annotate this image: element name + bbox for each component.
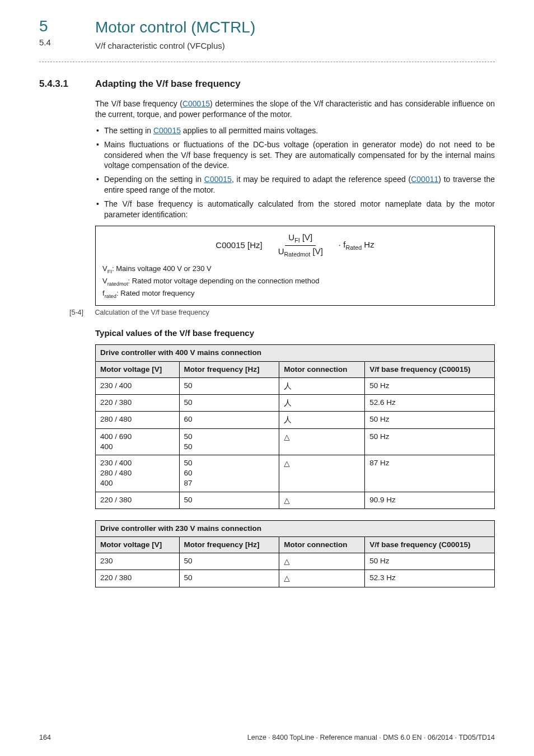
subscript: Rated [345, 244, 362, 251]
text: Depending on the setting in [104, 175, 204, 184]
delta-connection-icon: △ [284, 573, 289, 582]
footer-text: Lenze · 8400 TopLine · Reference manual … [247, 733, 495, 743]
text: V [102, 277, 107, 285]
formula-box: C00015 [Hz] UFI [V] URatedmot [V] · fRat… [95, 226, 495, 306]
col-header: Motor connection [279, 361, 365, 377]
table-row: 230 / 400 280 / 480 40050 60 87△87 Hz [96, 455, 495, 492]
caption-text: Calculation of the V/f base frequency [95, 309, 209, 316]
table-cell: 90.9 Hz [365, 492, 495, 508]
body: The V/f base frequency (C00015) determin… [95, 99, 495, 587]
cell-text: 230 / 400 280 / 480 400 [100, 459, 132, 487]
col-header: Motor frequency [Hz] [179, 537, 279, 553]
text: : Mains voltage 400 V or 230 V [112, 264, 212, 273]
table-cell: 400 / 690 400 [96, 428, 180, 455]
table-cell: 220 / 380 [96, 395, 180, 412]
table-cell: 50 50 [179, 428, 279, 455]
delta-connection-icon: △ [284, 432, 289, 441]
cell-text: 50 Hz [369, 381, 389, 390]
table-cell: △ [279, 428, 365, 455]
cell-text: 52.6 Hz [369, 398, 396, 407]
table-row: 280 / 48060人50 Hz [96, 412, 495, 428]
cell-text: 220 / 380 [100, 398, 132, 407]
chapter-title: Motor control (MCTRL) [95, 17, 495, 38]
table-row: 23050△50 Hz [96, 553, 495, 570]
table-cell: 230 [96, 553, 180, 570]
text: : Rated motor frequency [116, 289, 194, 297]
cell-text: 50 [184, 381, 193, 390]
page-number: 164 [39, 733, 51, 743]
cell-text: 230 [100, 557, 113, 565]
note: frated: Rated motor frequency [102, 288, 488, 300]
page: 5 Motor control (MCTRL) 5.4 V/f characte… [0, 0, 534, 756]
table-cell: △ [279, 455, 365, 492]
link-c00015[interactable]: C00015 [204, 175, 232, 184]
table-cell: △ [279, 553, 365, 570]
star-connection-icon: 人 [284, 415, 292, 424]
cell-text: 50 [184, 496, 193, 504]
link-c00011[interactable]: C00011 [411, 175, 438, 184]
subsection-number: 5.4.3.1 [39, 78, 68, 91]
col-header: V/f base frequency (C00015) [365, 537, 495, 553]
table-row: 230 / 40050人50 Hz [96, 377, 495, 394]
table-cell: 人 [279, 395, 365, 412]
figure-caption: [5-4] Calculation of the V/f base freque… [69, 308, 495, 318]
table-cell: 50 Hz [365, 428, 495, 455]
text: Hz [362, 240, 374, 249]
cell-text: 50 Hz [369, 557, 389, 565]
cell-text: 60 [184, 415, 193, 423]
text: The V/f base frequency ( [95, 99, 182, 108]
cell-text: 50 Hz [369, 415, 389, 423]
formula-lhs: C00015 [Hz] [216, 240, 262, 251]
text: [V] [300, 232, 313, 242]
cell-text: 50 [184, 398, 193, 407]
link-c00015[interactable]: C00015 [153, 126, 181, 135]
table-cell: 230 / 400 [96, 377, 180, 394]
formula-mult: · fRated Hz [339, 239, 374, 252]
bullet-item: Depending on the setting in C00015, it m… [95, 174, 495, 195]
text: applies to all permitted mains voltages. [181, 126, 318, 135]
text: U [288, 232, 294, 242]
table-cell: 人 [279, 412, 365, 428]
table-cell: 52.3 Hz [365, 570, 495, 587]
intro-paragraph: The V/f base frequency (C00015) determin… [95, 99, 495, 120]
table-cell: 50 [179, 553, 279, 570]
cell-text: 220 / 380 [100, 496, 132, 504]
table-row: 220 / 38050△52.3 Hz [96, 570, 495, 587]
table-cell: 50 [179, 492, 279, 508]
text: , it may be required to adapt the refere… [232, 175, 411, 184]
bullet-list: The setting in C00015 applies to all per… [95, 125, 495, 220]
link-c00015[interactable]: C00015 [182, 99, 210, 108]
table-body: 230 / 40050人50 Hz220 / 38050人52.6 Hz280 … [96, 377, 495, 508]
section-title: V/f characteristic control (VFCplus) [95, 40, 495, 52]
text: V [102, 264, 107, 273]
text: The setting in [104, 126, 153, 135]
divider [39, 62, 495, 62]
cell-text: 50 [184, 557, 193, 565]
table-cell: 52.6 Hz [365, 395, 495, 412]
table-cell: 280 / 480 [96, 412, 180, 428]
subscript: FI [294, 237, 300, 244]
note: Vratedmot: Rated motor voltage depending… [102, 276, 488, 287]
table-body: 23050△50 Hz220 / 38050△52.3 Hz [96, 553, 495, 587]
cell-text: 52.3 Hz [369, 573, 396, 582]
formula-notes: VFI: Mains voltage 400 V or 230 V Vrated… [102, 264, 488, 300]
table-cell: 60 [179, 412, 279, 428]
bullet-item: The setting in C00015 applies to all per… [95, 125, 495, 136]
typical-values-heading: Typical values of the V/f base frequency [95, 328, 495, 339]
table-row: 400 / 690 40050 50△50 Hz [96, 428, 495, 455]
bullet-item: Mains fluctuations or fluctuations of th… [95, 139, 495, 171]
table-cell: 50 60 87 [179, 455, 279, 492]
bullet-item: The V/f base frequency is automatically … [95, 199, 495, 220]
table-cell: △ [279, 570, 365, 587]
table-cell: 220 / 380 [96, 570, 180, 587]
table-230v: Drive controller with 230 V mains connec… [95, 520, 495, 587]
cell-text: 50 [184, 573, 193, 582]
delta-connection-icon: △ [284, 496, 289, 505]
table-cell: 人 [279, 377, 365, 394]
col-header: V/f base frequency (C00015) [365, 361, 495, 377]
delta-connection-icon: △ [284, 557, 289, 566]
text: : Rated motor voltage depending on the c… [128, 277, 320, 285]
note: VFI: Mains voltage 400 V or 230 V [102, 264, 488, 275]
table-cell: 50 Hz [365, 412, 495, 428]
cell-text: 87 Hz [369, 459, 389, 467]
